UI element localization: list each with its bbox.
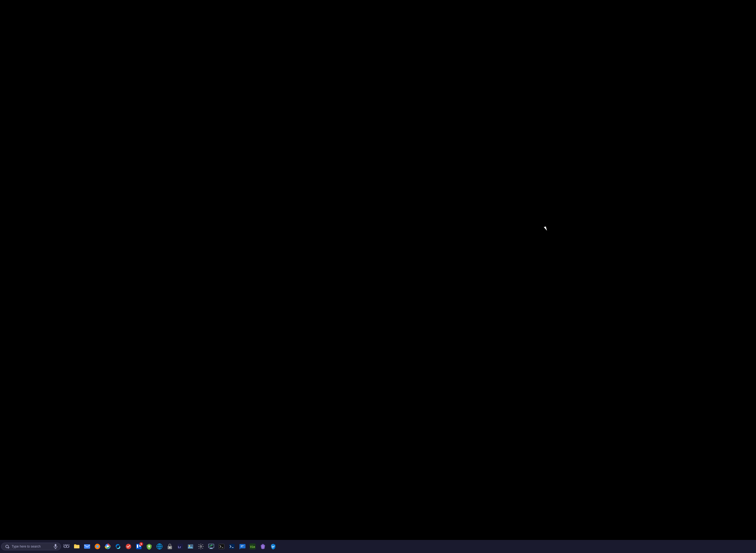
search-bar[interactable]: Type here to search	[1, 543, 61, 550]
svg-text:Vim: Vim	[250, 545, 255, 548]
taskbar-icon-firefox[interactable]	[92, 542, 102, 551]
taskbar-icon-explorer[interactable]	[72, 542, 82, 551]
microphone-icon	[54, 544, 58, 549]
taskbar-icon-vim[interactable]: Vim	[248, 542, 257, 551]
svg-rect-14	[137, 545, 138, 548]
taskbar-icon-chrome[interactable]	[103, 542, 113, 551]
taskbar-icon-settings[interactable]	[196, 542, 206, 551]
taskbar-icon-sysmon[interactable]	[206, 542, 216, 551]
search-placeholder: Type here to search	[12, 545, 52, 548]
svg-rect-32	[219, 544, 224, 549]
taskbar-icon-obsidian[interactable]	[258, 542, 268, 551]
svg-rect-6	[67, 545, 69, 548]
taskbar-icon-mail[interactable]	[82, 542, 92, 551]
taskview-button[interactable]	[62, 542, 71, 551]
svg-rect-30	[210, 548, 212, 548]
taskbar-icon-globe[interactable]	[155, 542, 164, 551]
svg-rect-7	[84, 544, 90, 549]
svg-rect-0	[55, 544, 56, 547]
taskbar-icon-keepassxc[interactable]	[144, 542, 154, 551]
desktop	[0, 0, 756, 540]
taskbar: Type here to search	[0, 540, 756, 553]
taskbar-icon-todoist[interactable]	[123, 542, 133, 551]
taskbar-icon-trello[interactable]: 9	[134, 542, 144, 551]
svg-rect-17	[149, 547, 149, 548]
taskbar-icon-keeweb[interactable]	[165, 542, 175, 551]
taskbar-icon-terminal[interactable]	[217, 542, 227, 551]
search-icon	[5, 544, 9, 549]
taskbar-icon-windows-security[interactable]	[268, 542, 278, 551]
svg-rect-34	[229, 544, 235, 549]
taskbar-icon-powershell[interactable]	[227, 542, 237, 551]
svg-point-28	[200, 546, 202, 547]
trello-badge: 9	[139, 542, 143, 546]
taskbar-icon-lightroom[interactable]: Lr	[175, 542, 185, 551]
svg-point-23	[169, 547, 170, 548]
taskbar-icon-messages[interactable]	[237, 542, 247, 551]
taskbar-icon-photos[interactable]	[186, 542, 195, 551]
svg-rect-5	[64, 545, 66, 548]
svg-rect-31	[209, 548, 213, 549]
svg-point-9	[96, 545, 99, 548]
taskbar-icon-edge[interactable]	[113, 542, 123, 551]
svg-text:Lr: Lr	[178, 545, 181, 549]
